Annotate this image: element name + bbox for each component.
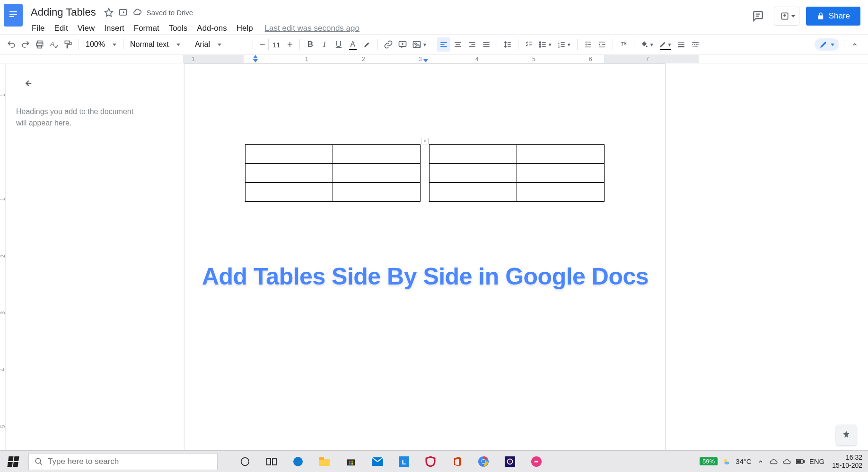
task-edge-icon[interactable] <box>285 451 311 472</box>
bold-button[interactable]: B <box>304 37 317 52</box>
menu-edit[interactable]: Edit <box>50 22 72 35</box>
page[interactable]: ▾ Add Tables Side By Side in Google Docs <box>184 63 666 450</box>
spellcheck-button[interactable]: A <box>47 37 61 52</box>
system-tray: 59% 34°C ENG 16:32 15-10-202 <box>700 454 868 469</box>
task-office-icon[interactable] <box>444 451 470 472</box>
task-screenrec-icon[interactable] <box>497 451 523 472</box>
undo-button[interactable] <box>5 37 18 52</box>
outline-empty-hint: Headings you add to the document will ap… <box>16 106 162 129</box>
fill-color-button[interactable]: ▼ <box>638 37 656 52</box>
svg-rect-89 <box>797 460 801 463</box>
font-size-decrease[interactable]: − <box>257 38 268 51</box>
overlay-caption: Add Tables Side By Side in Google Docs <box>184 263 666 290</box>
font-size-input[interactable] <box>268 39 284 50</box>
horizontal-ruler[interactable]: 1 1 2 3 4 5 6 7 <box>0 55 868 63</box>
task-chrome-icon[interactable] <box>470 451 497 472</box>
font-size-increase[interactable]: + <box>284 38 296 51</box>
align-center-button[interactable] <box>451 37 465 52</box>
menu-view[interactable]: View <box>73 22 99 35</box>
last-edit-link[interactable]: Last edit was seconds ago <box>265 24 359 33</box>
taskbar-search-input[interactable] <box>48 457 211 466</box>
table-right[interactable] <box>429 144 605 202</box>
paragraph-style-combo[interactable]: Normal text <box>127 37 184 52</box>
table-left[interactable] <box>245 144 421 202</box>
task-cortana-icon[interactable] <box>232 451 258 472</box>
border-color-button[interactable]: ▼ <box>657 37 674 52</box>
task-mcafee-icon[interactable] <box>417 451 444 472</box>
vertical-ruler[interactable]: 1 1 2 3 4 5 <box>0 63 6 450</box>
save-status-label: Saved to Drive <box>147 9 193 17</box>
print-button[interactable] <box>33 37 46 52</box>
line-spacing-button[interactable] <box>501 37 514 52</box>
task-taskview-icon[interactable] <box>258 451 285 472</box>
cloud-icon[interactable] <box>783 457 791 466</box>
svg-rect-71 <box>347 459 355 465</box>
indent-button[interactable] <box>596 37 609 52</box>
document-canvas[interactable]: ▾ Add Tables Side By Side in Google Docs <box>173 63 868 450</box>
task-store-icon[interactable] <box>338 451 364 472</box>
clear-formatting-button[interactable]: T <box>617 37 630 52</box>
battery-badge[interactable]: 59% <box>700 457 718 465</box>
menu-tools[interactable]: Tools <box>165 22 192 35</box>
docs-app-icon[interactable] <box>4 4 23 27</box>
underline-button[interactable]: U <box>332 37 345 52</box>
paint-format-button[interactable] <box>61 37 75 52</box>
onedrive-icon[interactable] <box>770 457 778 466</box>
menu-addons[interactable]: Add-ons <box>193 22 231 35</box>
numbered-list-button[interactable]: 123▼ <box>555 37 573 52</box>
menu-insert[interactable]: Insert <box>100 22 129 35</box>
share-button[interactable]: Share <box>806 7 860 26</box>
task-explorer-icon[interactable] <box>311 451 338 472</box>
border-style-button[interactable] <box>689 37 702 52</box>
align-right-button[interactable] <box>465 37 479 52</box>
svg-rect-2 <box>9 16 14 17</box>
insert-link-button[interactable] <box>382 37 395 52</box>
align-left-button[interactable] <box>437 37 450 52</box>
right-indent-marker[interactable] <box>423 59 428 62</box>
outline-collapse-button[interactable] <box>19 75 36 92</box>
table-options-handle[interactable]: ▾ <box>421 138 429 144</box>
battery-icon[interactable] <box>796 457 805 466</box>
language-indicator[interactable]: ENG <box>809 457 825 465</box>
start-button[interactable] <box>0 451 26 472</box>
insert-image-button[interactable]: ▼ <box>410 37 429 52</box>
menu-file[interactable]: File <box>27 22 49 35</box>
hanging-indent-marker[interactable] <box>253 59 258 62</box>
menu-format[interactable]: Format <box>130 22 164 35</box>
taskbar-clock[interactable]: 16:32 15-10-202 <box>829 454 865 469</box>
font-family-combo[interactable]: Arial <box>192 37 249 52</box>
weather-icon[interactable] <box>722 457 731 466</box>
checklist-button[interactable] <box>522 37 535 52</box>
border-width-button[interactable] <box>675 37 688 52</box>
redo-button[interactable] <box>19 37 32 52</box>
text-color-button[interactable]: A <box>346 37 359 52</box>
editing-mode-button[interactable] <box>815 38 839 51</box>
first-line-indent-marker[interactable] <box>253 55 258 58</box>
zoom-combo[interactable]: 100% <box>83 37 119 52</box>
temperature-label[interactable]: 34°C <box>736 457 752 465</box>
svg-rect-88 <box>803 460 804 462</box>
move-icon[interactable] <box>118 8 128 17</box>
chevron-down-icon <box>831 44 834 46</box>
bulleted-list-button[interactable]: ▼ <box>536 37 554 52</box>
outdent-button[interactable] <box>581 37 595 52</box>
italic-button[interactable]: I <box>318 37 331 52</box>
present-button[interactable] <box>774 7 799 26</box>
task-app-l-icon[interactable]: L <box>391 451 417 472</box>
document-title[interactable]: Adding Tables <box>27 5 99 20</box>
task-app-pink-icon[interactable] <box>523 451 550 472</box>
star-icon[interactable] <box>104 8 114 17</box>
insert-comment-button[interactable] <box>396 37 409 52</box>
task-mail-icon[interactable] <box>364 451 391 472</box>
chevron-down-icon: ▼ <box>548 42 552 47</box>
tray-expand-icon[interactable] <box>756 457 765 466</box>
explore-button[interactable] <box>836 425 857 445</box>
chevron-down-icon <box>176 44 180 46</box>
highlight-color-button[interactable] <box>360 37 374 52</box>
align-justify-button[interactable] <box>480 37 493 52</box>
collapse-toolbar-button[interactable] <box>849 39 860 50</box>
taskbar-search[interactable] <box>28 453 218 470</box>
svg-point-16 <box>415 43 416 45</box>
menu-help[interactable]: Help <box>232 22 257 35</box>
comments-icon[interactable] <box>748 7 767 26</box>
